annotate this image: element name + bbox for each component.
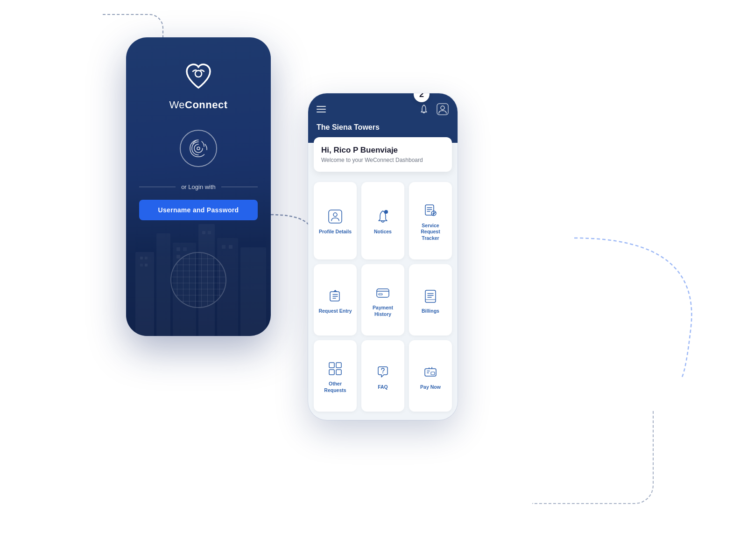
request-entry-icon (327, 287, 344, 304)
header-icons (417, 103, 449, 116)
notices-label: Notices (374, 229, 392, 235)
svg-rect-8 (140, 264, 143, 266)
login-divider: or Login with (139, 183, 258, 190)
svg-rect-26 (377, 289, 389, 297)
svg-rect-27 (379, 294, 382, 295)
menu-item-request-entry[interactable]: Request Entry (314, 264, 357, 336)
payment-history-label: Payment History (365, 305, 401, 317)
billings-label: Billings (422, 308, 439, 315)
menu-item-pay-now[interactable]: Pay Now (409, 340, 452, 412)
svg-point-21 (333, 213, 337, 217)
svg-rect-13 (202, 231, 205, 234)
payment-history-icon (374, 284, 391, 301)
service-request-icon (422, 202, 439, 219)
svg-point-33 (382, 372, 383, 373)
menu-item-service[interactable]: Service Request Tracker (409, 182, 452, 259)
svg-rect-5 (240, 247, 266, 336)
svg-point-17 (197, 147, 200, 150)
welcome-card: Hi, Rico P Buenviaje Welcome to your WeC… (314, 137, 452, 172)
profile-details-label: Profile Details (319, 229, 352, 235)
divider-line-left (139, 187, 176, 187)
hamburger-menu[interactable] (317, 106, 326, 112)
menu-item-profile[interactable]: Profile Details (314, 182, 357, 259)
svg-point-19 (441, 106, 444, 110)
svg-rect-28 (425, 290, 436, 302)
svg-rect-35 (431, 372, 435, 375)
svg-rect-11 (183, 247, 187, 251)
dashboard-phone: 2 (308, 93, 458, 420)
menu-item-notices[interactable]: Notices (361, 182, 404, 259)
svg-rect-32 (336, 370, 341, 375)
svg-point-22 (384, 210, 388, 214)
logo-text: WeConnect (169, 99, 227, 111)
svg-rect-29 (329, 363, 334, 368)
notification-bell-icon[interactable] (417, 103, 430, 116)
welcome-subtitle: Welcome to your WeConnect Dashboard (321, 157, 444, 163)
fingerprint-button[interactable] (180, 130, 217, 167)
svg-rect-30 (336, 363, 341, 368)
svg-rect-14 (208, 231, 211, 234)
fingerprint-icon (187, 137, 210, 160)
right-connector-dashed (570, 233, 700, 383)
svg-rect-16 (229, 245, 233, 249)
svg-rect-9 (145, 264, 148, 266)
logo-container: WeConnect (169, 61, 227, 111)
billings-icon (422, 287, 439, 304)
menu-item-faq[interactable]: FAQ (361, 340, 404, 412)
menu-item-payment[interactable]: Payment History (361, 264, 404, 336)
weconnect-logo-icon (182, 61, 215, 93)
svg-rect-6 (140, 257, 143, 259)
divider-line-right (221, 187, 258, 187)
other-requests-label: Other Requests (317, 381, 353, 393)
request-entry-label: Request Entry (318, 308, 352, 315)
deco-line-bottom (532, 411, 654, 504)
notices-icon (374, 208, 391, 225)
svg-rect-10 (176, 247, 180, 251)
globe-decoration (170, 252, 226, 308)
menu-grid: Profile Details Notices (308, 174, 458, 420)
welcome-title: Hi, Rico P Buenviaje (321, 146, 444, 155)
dashboard-header: The Siena Towers (308, 93, 458, 143)
service-request-label: Service Request Tracker (413, 223, 448, 242)
menu-item-billings[interactable]: Billings (409, 264, 452, 336)
property-name: The Siena Towers (317, 123, 449, 132)
pay-now-label: Pay Now (420, 384, 441, 391)
login-phone: WeConnect or Login with Username and Pas… (126, 37, 271, 336)
divider-text: or Login with (176, 183, 221, 190)
pay-now-icon (422, 364, 439, 380)
svg-rect-31 (329, 370, 334, 375)
svg-rect-23 (425, 205, 434, 215)
profile-avatar-icon[interactable] (436, 103, 449, 116)
faq-icon (374, 364, 391, 380)
profile-details-icon (327, 208, 344, 225)
svg-rect-15 (222, 245, 226, 249)
other-requests-icon (327, 360, 344, 377)
svg-rect-7 (145, 257, 148, 259)
svg-rect-12 (176, 255, 180, 259)
dashboard-nav (317, 103, 449, 116)
svg-rect-1 (156, 233, 170, 336)
login-button[interactable]: Username and Password (139, 200, 258, 220)
menu-item-other[interactable]: Other Requests (314, 340, 357, 412)
faq-label: FAQ (378, 384, 388, 391)
